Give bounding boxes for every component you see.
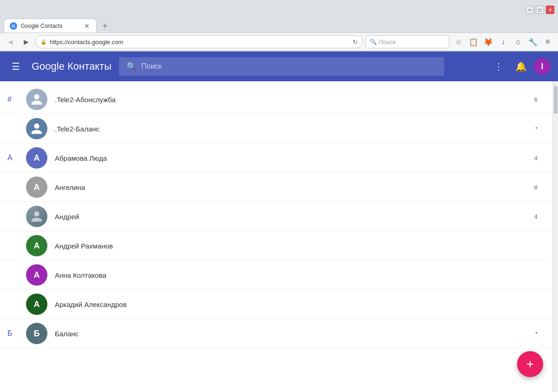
contacts-list: #.Tele2-Абонслужба6.Tele2-Баланс*АААбрам… bbox=[0, 81, 552, 392]
active-tab[interactable]: G Google Contacts ✕ bbox=[4, 19, 97, 33]
section-letter: Б bbox=[7, 329, 26, 338]
hamburger-icon: ☰ bbox=[12, 61, 20, 72]
apps-grid-icon: ⋮ bbox=[494, 61, 503, 72]
avatar bbox=[26, 206, 47, 227]
browser-search-placeholder: Поиск bbox=[379, 39, 396, 46]
scrollbar-thumb[interactable] bbox=[554, 86, 558, 114]
maximize-button[interactable]: □ bbox=[536, 6, 544, 14]
contact-name: Андрей Рахманов bbox=[55, 242, 545, 250]
search-input[interactable] bbox=[141, 62, 437, 71]
list-item[interactable]: АААбрамова Люда4 bbox=[0, 144, 552, 173]
search-icon: 🔍 bbox=[126, 61, 137, 72]
back-button[interactable]: ◀ bbox=[4, 35, 17, 48]
browser-search-bar[interactable]: 🔍 Поиск bbox=[366, 35, 449, 48]
avatar: А bbox=[26, 264, 47, 286]
app-header-actions: ⋮ 🔔 I bbox=[489, 57, 551, 76]
contact-phone: 6 bbox=[534, 96, 538, 103]
new-tab-button[interactable]: + bbox=[98, 20, 112, 33]
avatar: А bbox=[26, 235, 47, 256]
avatar: А bbox=[26, 294, 47, 315]
section-letter: А bbox=[7, 154, 26, 162]
notifications-button[interactable]: 🔔 bbox=[512, 57, 530, 76]
contact-name: Баланс bbox=[55, 330, 535, 338]
logo-google-text: Google bbox=[32, 60, 65, 72]
list-item[interactable]: ААнгелина8 bbox=[0, 173, 552, 202]
contact-name: Андрей bbox=[55, 213, 534, 221]
list-item[interactable]: Андрей4 bbox=[0, 202, 552, 231]
forward-button[interactable]: ▶ bbox=[20, 35, 33, 48]
bookmark-star-button[interactable]: ☆ bbox=[452, 35, 465, 48]
reading-list-button[interactable]: 📋 bbox=[467, 35, 480, 48]
apps-button[interactable]: ⋮ bbox=[489, 57, 508, 76]
tab-title: Google Contacts bbox=[21, 23, 79, 29]
browser-search-icon: 🔍 bbox=[370, 39, 377, 45]
menu-icon[interactable]: ☰ bbox=[7, 58, 24, 75]
title-bar: ─ □ ✕ bbox=[0, 0, 558, 17]
contact-phone: * bbox=[535, 125, 538, 132]
avatar: А bbox=[26, 176, 47, 198]
add-contact-fab[interactable]: + bbox=[517, 351, 543, 377]
extensions-button[interactable]: 🔧 bbox=[526, 35, 539, 48]
app-search-bar[interactable]: 🔍 bbox=[119, 57, 444, 76]
app-logo: Google Контакты bbox=[32, 60, 112, 72]
avatar: Б bbox=[26, 323, 47, 344]
browser-chrome: ─ □ ✕ G Google Contacts ✕ + ◀ ▶ 🔒 https:… bbox=[0, 0, 558, 52]
avatar: А bbox=[26, 147, 47, 169]
logo-contacts-text: Контакты bbox=[67, 60, 112, 72]
list-item[interactable]: ААндрей Рахманов bbox=[0, 231, 552, 261]
title-bar-controls: ─ □ ✕ bbox=[525, 6, 554, 14]
contact-phone: * bbox=[535, 330, 538, 337]
contact-name: Ангелина bbox=[55, 183, 534, 191]
address-bar[interactable]: 🔒 https://contacts.google.com ↻ bbox=[35, 35, 363, 48]
download-button[interactable]: ↓ bbox=[497, 35, 510, 48]
nav-actions: ☆ 📋 🦊 ↓ ⌂ 🔧 ≡ bbox=[452, 35, 554, 48]
contacts-area: #.Tele2-Абонслужба6.Tele2-Баланс*АААбрам… bbox=[0, 81, 558, 392]
user-avatar[interactable]: I bbox=[534, 58, 551, 75]
scrollbar[interactable] bbox=[552, 81, 558, 392]
contact-phone: 8 bbox=[534, 184, 538, 191]
browser-menu-button[interactable]: ≡ bbox=[541, 35, 554, 48]
list-item[interactable]: БББаланс* bbox=[0, 319, 552, 348]
pocket-button[interactable]: 🦊 bbox=[482, 35, 495, 48]
bell-icon: 🔔 bbox=[515, 61, 527, 72]
contact-phone: 4 bbox=[534, 213, 538, 220]
avatar bbox=[26, 89, 47, 110]
lock-icon: 🔒 bbox=[40, 39, 47, 45]
tab-close-button[interactable]: ✕ bbox=[83, 22, 91, 30]
list-item[interactable]: ААркадий Александров bbox=[0, 290, 552, 319]
avatar bbox=[26, 118, 47, 139]
list-item[interactable]: .Tele2-Баланс* bbox=[0, 114, 552, 144]
address-text: https://contacts.google.com bbox=[50, 39, 350, 46]
contact-name: .Tele2-Абонслужба bbox=[55, 96, 534, 104]
minimize-button[interactable]: ─ bbox=[525, 6, 534, 14]
section-letter: # bbox=[7, 95, 26, 104]
tab-bar: G Google Contacts ✕ + bbox=[0, 17, 558, 33]
contact-name: Анна Колтакова bbox=[55, 271, 545, 279]
contact-name: Аркадий Александров bbox=[55, 301, 545, 308]
contact-name: Абрамова Люда bbox=[55, 154, 534, 162]
app-header: ☰ Google Контакты 🔍 ⋮ 🔔 I bbox=[0, 52, 558, 81]
home-button[interactable]: ⌂ bbox=[512, 35, 525, 48]
app-container: ☰ Google Контакты 🔍 ⋮ 🔔 I #.Tele2-Абонсл… bbox=[0, 52, 558, 392]
contact-name: .Tele2-Баланс bbox=[55, 125, 535, 133]
close-button[interactable]: ✕ bbox=[546, 6, 554, 14]
list-item[interactable]: #.Tele2-Абонслужба6 bbox=[0, 85, 552, 114]
list-item[interactable]: ААнна Колтакова bbox=[0, 261, 552, 290]
nav-bar: ◀ ▶ 🔒 https://contacts.google.com ↻ 🔍 По… bbox=[0, 33, 558, 51]
reload-button[interactable]: ↻ bbox=[353, 39, 358, 46]
tab-favicon: G bbox=[10, 22, 17, 30]
contact-phone: 4 bbox=[534, 155, 538, 162]
